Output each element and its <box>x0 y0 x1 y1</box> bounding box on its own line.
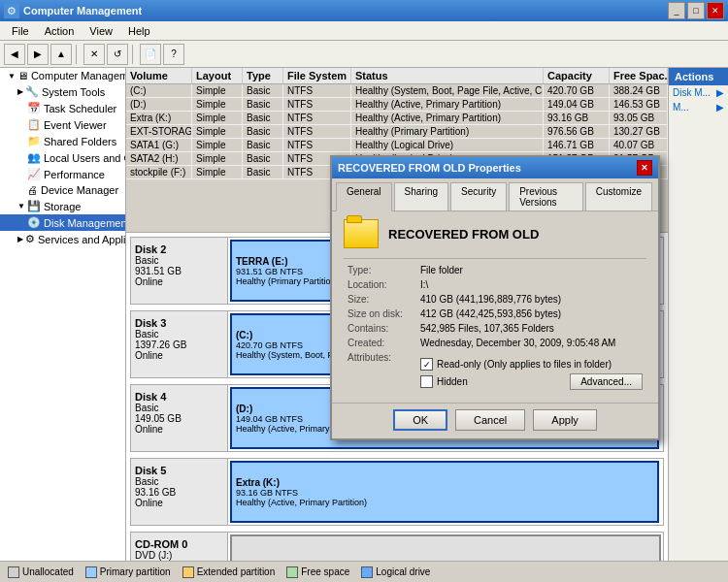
disk-bar-area: No Media <box>228 533 663 561</box>
disk-label: Disk 3 Basic 1397.26 GB Online <box>131 311 228 377</box>
legend-logical-box <box>361 566 373 578</box>
menu-action[interactable]: Action <box>37 23 83 39</box>
close-button[interactable]: ✕ <box>707 2 724 19</box>
hidden-checkbox[interactable] <box>420 375 433 388</box>
table-row[interactable]: EXT-STORAGE (I:) Simple Basic NTFS Healt… <box>126 125 668 139</box>
separator-2 <box>132 45 136 64</box>
properties-table: Type: File folder Location: I:\ Size: 41… <box>344 263 646 395</box>
cell-type: Basic <box>243 112 283 124</box>
nav-item-computer-management[interactable]: ▼ 🖥 Computer Management <box>0 68 125 83</box>
cell-type: Basic <box>243 166 283 178</box>
cell-layout: Simple <box>192 152 243 165</box>
dialog-titlebar: RECOVERED FROM OLD Properties ✕ <box>332 157 658 178</box>
cancel-button[interactable]: Cancel <box>455 409 525 431</box>
actions-disk-m[interactable]: Disk M... ▶ <box>669 85 728 100</box>
minimize-button[interactable]: _ <box>668 2 685 19</box>
cell-type: Basic <box>243 125 283 138</box>
tab-previous-versions[interactable]: Previous Versions <box>509 182 583 210</box>
menu-bar: File Action View Help <box>0 21 728 41</box>
cell-layout: Simple <box>192 166 243 178</box>
tab-general[interactable]: General <box>336 182 392 211</box>
nav-item-task-scheduler[interactable]: 📅 Task Scheduler <box>0 100 125 116</box>
cell-volume: EXT-STORAGE (I:) <box>126 125 192 138</box>
window-controls: _ □ ✕ <box>668 2 724 19</box>
nav-item-performance[interactable]: 📈 Performance <box>0 166 125 182</box>
cell-volume: stockpile (F:) <box>126 166 192 178</box>
disk-label: CD-ROM 0 DVD (J:) No Media <box>131 533 228 561</box>
cell-type: Basic <box>243 98 283 111</box>
table-row[interactable]: SATA1 (G:) Simple Basic NTFS Healthy (Lo… <box>126 139 668 152</box>
back-button[interactable]: ◀ <box>4 44 25 65</box>
cell-free: 130.27 GB <box>610 125 668 138</box>
apply-button[interactable]: Apply <box>533 409 597 431</box>
legend-free-box <box>286 566 298 578</box>
nav-item-event-viewer[interactable]: 📋 Event Viewer <box>0 116 125 133</box>
cell-capacity: 976.56 GB <box>544 125 610 138</box>
dialog-tabs: General Sharing Security Previous Versio… <box>332 178 658 211</box>
refresh-button[interactable]: ↺ <box>107 44 128 65</box>
table-row[interactable]: (C:) Simple Basic NTFS Healthy (System, … <box>126 84 668 98</box>
menu-help[interactable]: Help <box>120 23 158 39</box>
tab-sharing[interactable]: Sharing <box>394 182 448 210</box>
prop-contains: Contains: 542,985 Files, 107,365 Folders <box>344 321 646 336</box>
menu-view[interactable]: View <box>82 23 120 39</box>
legend-free: Free space <box>286 566 349 578</box>
dialog-close-button[interactable]: ✕ <box>637 160 652 176</box>
prop-size: Size: 410 GB (441,196,889,776 bytes) <box>344 292 646 307</box>
dialog-content: RECOVERED FROM OLD Type: File folder Loc… <box>332 211 658 403</box>
menu-file[interactable]: File <box>4 23 37 39</box>
folder-section: RECOVERED FROM OLD <box>344 219 646 248</box>
nav-item-system-tools[interactable]: ▶ 🔧 System Tools <box>0 83 125 100</box>
tab-security[interactable]: Security <box>450 182 507 210</box>
readonly-label: Read-only (Only applies to files in fold… <box>437 359 612 370</box>
app-icon: ⚙ <box>4 3 19 18</box>
disk-partition[interactable]: Extra (K:) 93.16 GB NTFS Healthy (Active… <box>230 461 659 523</box>
nav-item-services[interactable]: ▶ ⚙ Services and Applic... <box>0 231 125 247</box>
cell-free: 40.07 GB <box>610 139 668 151</box>
table-row[interactable]: (D:) Simple Basic NTFS Healthy (Active, … <box>126 98 668 112</box>
dialog-buttons: OK Cancel Apply <box>332 403 658 438</box>
disk-bar-area: Extra (K:) 93.16 GB NTFS Healthy (Active… <box>228 459 663 525</box>
cell-capacity: 146.71 GB <box>544 139 610 151</box>
disk-row: CD-ROM 0 DVD (J:) No MediaNo Media <box>130 532 664 561</box>
prop-location: Location: I:\ <box>344 277 646 292</box>
col-type: Type <box>243 68 283 83</box>
readonly-attr-row: Read-only (Only applies to files in fold… <box>420 358 643 371</box>
cell-layout: Simple <box>192 139 243 151</box>
ok-button[interactable]: OK <box>393 409 447 431</box>
properties-dialog: RECOVERED FROM OLD Properties ✕ General … <box>330 155 660 440</box>
attributes-section: Read-only (Only applies to files in fold… <box>420 358 643 390</box>
nav-item-disk-management[interactable]: 💿 Disk Management <box>0 214 125 231</box>
up-button[interactable]: ▲ <box>50 44 72 65</box>
prop-size-on-disk: Size on disk: 412 GB (442,425,593,856 by… <box>344 307 646 321</box>
hidden-attr-row: Hidden Advanced... <box>420 373 643 390</box>
prop-created: Created: Wednesday, December 30, 2009, 9… <box>344 336 646 350</box>
nav-arrow: ▼ <box>8 72 16 81</box>
nav-item-device-manager[interactable]: 🖨 Device Manager <box>0 182 125 198</box>
col-capacity: Capacity <box>544 68 610 83</box>
actions-header: Actions <box>669 68 728 85</box>
tab-customize[interactable]: Customize <box>585 182 652 210</box>
cell-type: Basic <box>243 139 283 151</box>
stop-button[interactable]: ✕ <box>83 44 105 65</box>
col-status: Status <box>351 68 544 83</box>
table-row[interactable]: Extra (K:) Simple Basic NTFS Healthy (Ac… <box>126 112 668 125</box>
help-button[interactable]: ? <box>163 44 184 65</box>
readonly-checkbox[interactable] <box>420 358 433 371</box>
nav-item-storage[interactable]: ▼ 💾 Storage <box>0 198 125 214</box>
forward-button[interactable]: ▶ <box>27 44 49 65</box>
col-layout: Layout <box>192 68 243 83</box>
nav-item-local-users[interactable]: 👥 Local Users and Gr... <box>0 149 125 166</box>
maximize-button[interactable]: □ <box>687 2 705 19</box>
cell-fs: NTFS <box>283 125 351 138</box>
export-button[interactable]: 📄 <box>140 44 161 65</box>
advanced-button[interactable]: Advanced... <box>570 373 643 390</box>
cell-status: Healthy (System, Boot, Page File, Active… <box>351 84 544 97</box>
cell-fs: NTFS <box>283 98 351 111</box>
dialog-title: RECOVERED FROM OLD Properties <box>338 162 521 174</box>
actions-m[interactable]: M... ▶ <box>669 100 728 114</box>
nav-item-shared-folders[interactable]: 📁 Shared Folders <box>0 133 125 149</box>
legend-extended: Extended partition <box>182 566 276 578</box>
col-free: Free Spac... <box>610 68 668 83</box>
cell-volume: SATA1 (G:) <box>126 139 192 151</box>
